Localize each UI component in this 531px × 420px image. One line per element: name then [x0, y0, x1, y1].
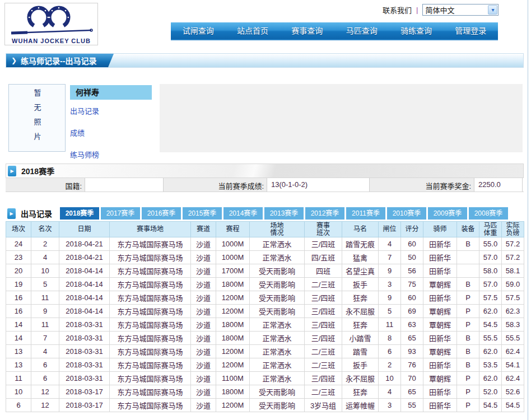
race-number-link[interactable]: 11 — [6, 372, 31, 385]
table-cell: 62.0 — [479, 345, 502, 358]
nav-item-6[interactable]: 管理登录 — [444, 22, 498, 39]
race-number-link[interactable]: 10 — [6, 385, 31, 399]
horse-name-link[interactable]: 运筹帷幄 — [342, 399, 379, 412]
season-tab-2[interactable]: 2017赛季 — [101, 207, 140, 220]
table-cell: 东方马城国际赛马场 — [110, 278, 191, 291]
race-number-link[interactable]: 6 — [6, 399, 31, 412]
nav-item-1[interactable]: 试闸查询 — [171, 22, 225, 39]
season-tab-5[interactable]: 2014赛季 — [223, 207, 263, 220]
table-cell: 3岁马组 — [305, 399, 342, 412]
horse-name-link[interactable]: 狂奔 — [342, 385, 379, 399]
jockey-link[interactable]: 田新华 — [423, 237, 457, 251]
table-row: 10122018-03-17东方马城国际赛马场沙道1800M受天雨影响二/三班狂… — [6, 385, 524, 399]
table-cell: 受天雨影响 — [250, 399, 305, 412]
race-number-link[interactable]: 19 — [6, 278, 31, 291]
trainer-name: 何祥寿 — [70, 85, 152, 100]
race-number-link[interactable]: 14 — [6, 318, 31, 332]
table-cell: 受天雨影响 — [250, 278, 305, 291]
jockey-link[interactable]: 田新华 — [423, 358, 457, 372]
season-tab-10[interactable]: 2009赛季 — [428, 207, 467, 220]
table-cell: 93 — [401, 345, 423, 358]
jockey-link[interactable]: 覃朝辉 — [423, 305, 457, 318]
jockey-link[interactable]: 田新华 — [423, 251, 457, 264]
horse-name-link[interactable]: 永不屈服 — [342, 372, 379, 385]
language-select[interactable]: 简体中文 ▾ — [422, 4, 499, 16]
race-number-link[interactable]: 16 — [6, 305, 31, 318]
column-header-14: 马匹 体重 — [479, 222, 502, 237]
table-cell — [457, 264, 479, 278]
season-tab-8[interactable]: 2011赛季 — [346, 207, 385, 220]
season-tab-4[interactable]: 2015赛季 — [183, 207, 222, 220]
table-cell: 58.1 — [502, 264, 524, 278]
table-cell: 1800M — [216, 278, 250, 291]
table-cell: 7 — [379, 251, 401, 264]
table-cell: 63 — [401, 318, 423, 332]
nav-item-4[interactable]: 马匹查询 — [334, 22, 389, 39]
season-tab-3[interactable]: 2016赛季 — [142, 207, 181, 220]
horse-name-link[interactable]: 狂奔 — [342, 291, 379, 305]
jockey-link[interactable]: 覃朝辉 — [423, 318, 457, 332]
jockey-link[interactable]: 田新华 — [423, 332, 457, 345]
jockey-link[interactable]: 覃朝辉 — [423, 278, 457, 291]
season-tab-11[interactable]: 2008赛季 — [469, 207, 508, 220]
horse-name-link[interactable]: 名望尘真 — [342, 264, 379, 278]
horse-name-link[interactable]: 扳手 — [342, 358, 379, 372]
table-cell: 东方马城国际赛马场 — [110, 358, 191, 372]
table-cell: 正常洒水 — [250, 358, 305, 372]
table-row: 1362018-03-31东方马城国际赛马场沙道1200M正常洒水二/三班扳手2… — [6, 358, 524, 372]
profile-link-2[interactable]: 成绩 — [70, 127, 152, 138]
race-number-link[interactable]: 16 — [6, 291, 31, 305]
table-cell: 1000M — [216, 251, 250, 264]
race-number-link[interactable]: 23 — [6, 251, 31, 264]
table-cell: 2018-03-31 — [59, 345, 110, 358]
table-cell: 受天雨影响 — [250, 385, 305, 399]
table-cell: 76 — [401, 358, 423, 372]
nav-item-5[interactable]: 骑练查询 — [389, 22, 443, 39]
jockey-link[interactable]: 田新华 — [423, 291, 457, 305]
horse-name-link[interactable]: 永不屈服 — [342, 305, 379, 318]
table-cell: 1200M — [216, 399, 250, 412]
season-tab-9[interactable]: 2010赛季 — [387, 207, 426, 220]
club-logo: WUHAN JOCKEY CLUB — [4, 3, 98, 45]
horse-name-link[interactable]: 踏雪无痕 — [342, 237, 379, 251]
horse-name-link[interactable]: 踏雪 — [342, 345, 379, 358]
season-tab-1[interactable]: 2018赛季 — [60, 207, 99, 220]
records-section-header: ▶ 出马记录 2018赛季2017赛季2016赛季2015赛季2014赛季201… — [6, 206, 524, 221]
breadcrumb: ❯ 练马师记录--出马记录 — [6, 53, 524, 68]
jockey-link[interactable]: 田新华 — [423, 399, 457, 412]
jockey-link[interactable]: 田新华 — [423, 385, 457, 399]
horse-name-link[interactable]: 扳手 — [342, 278, 379, 291]
horse-name-link[interactable]: 狂奔 — [342, 318, 379, 332]
table-cell: 正常洒水 — [250, 318, 305, 332]
race-number-link[interactable]: 24 — [6, 237, 31, 251]
jockey-link[interactable]: 田新华 — [423, 264, 457, 278]
arrow-right-icon: ▶ — [8, 166, 16, 176]
horse-name-link[interactable]: 小踏雪 — [342, 332, 379, 345]
jockey-link[interactable]: 覃朝辉 — [423, 372, 457, 385]
season-tab-7[interactable]: 2012赛季 — [305, 207, 344, 220]
table-cell: 4 — [31, 345, 59, 358]
race-number-link[interactable]: 13 — [6, 345, 31, 358]
race-number-link[interactable]: 20 — [6, 264, 31, 278]
table-cell: 4 — [379, 237, 401, 251]
horseshoes-icon — [10, 5, 94, 38]
column-header-13: 装备 — [457, 222, 479, 237]
season-tab-6[interactable]: 2013赛季 — [264, 207, 304, 220]
table-cell: 四班 — [305, 264, 342, 278]
topbar-separator: | — [416, 6, 418, 14]
nav-item-3[interactable]: 赛事查询 — [280, 22, 334, 39]
table-cell: 75 — [401, 278, 423, 291]
profile-link-1[interactable]: 出马记录 — [70, 105, 152, 116]
table-cell: 52.6 — [502, 385, 524, 399]
main-nav: 试闸查询站点首页赛事查询马匹查询骑练查询管理登录 — [171, 22, 498, 40]
chevron-down-icon[interactable]: ▾ — [488, 5, 497, 15]
table-cell: 4 — [31, 251, 59, 264]
jockey-link[interactable]: 覃朝辉 — [423, 345, 457, 358]
season-field-value-1 — [85, 178, 164, 192]
horse-name-link[interactable]: 猛禽 — [342, 251, 379, 264]
profile-link-3[interactable]: 练马师榜 — [70, 149, 152, 160]
nav-item-2[interactable]: 站点首页 — [225, 22, 280, 39]
contact-us-link[interactable]: 联系我们 — [383, 4, 412, 15]
race-number-link[interactable]: 13 — [6, 358, 31, 372]
race-number-link[interactable]: 14 — [6, 332, 31, 345]
